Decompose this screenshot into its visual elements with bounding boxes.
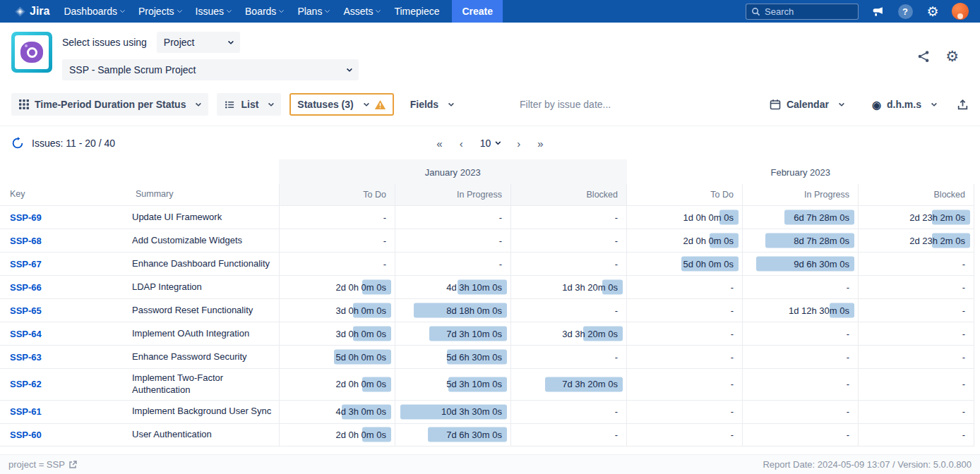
table-row: SSP-62Implement Two-Factor Authenticatio… bbox=[0, 368, 974, 400]
nav-item-timepiece[interactable]: Timepiece bbox=[387, 0, 446, 23]
statuses-button[interactable]: Statuses (3) bbox=[289, 93, 393, 116]
cell-duration: 5d 6h 30m 0s bbox=[395, 345, 510, 368]
cell-duration: - bbox=[626, 400, 742, 423]
list-icon bbox=[225, 99, 235, 110]
nav-item-boards[interactable]: Boards bbox=[238, 0, 290, 23]
export-icon[interactable] bbox=[957, 99, 969, 111]
issue-key-link[interactable]: SSP-64 bbox=[10, 329, 42, 339]
results-bar: Issues: 11 - 20 / 40 « ‹ 10 › » bbox=[0, 126, 980, 159]
chevron-down-icon bbox=[495, 139, 501, 145]
create-button[interactable]: Create bbox=[452, 0, 503, 23]
issue-source-select[interactable]: Project bbox=[157, 32, 240, 53]
first-page-button[interactable]: « bbox=[436, 137, 442, 149]
jira-logo-icon bbox=[14, 6, 26, 18]
time-format-button[interactable]: ◉ d.h.m.s bbox=[864, 93, 944, 116]
jira-logo[interactable]: Jira bbox=[7, 5, 56, 18]
report-settings-gear-icon[interactable]: ⚙ bbox=[945, 49, 959, 63]
jql-filter-link[interactable]: project = SSP bbox=[8, 459, 77, 470]
share-icon[interactable] bbox=[917, 50, 930, 63]
cell-duration: - bbox=[742, 345, 858, 368]
calendar-button[interactable]: Calendar bbox=[762, 93, 851, 116]
cell-duration: - bbox=[395, 229, 510, 252]
cell-duration: - bbox=[626, 322, 742, 345]
cell-key: SSP-69 bbox=[0, 205, 127, 229]
issue-key-link[interactable]: SSP-68 bbox=[10, 236, 42, 246]
issue-key-link[interactable]: SSP-60 bbox=[10, 430, 42, 440]
project-select[interactable]: SSP - Sample Scrum Project bbox=[62, 59, 359, 80]
last-page-button[interactable]: » bbox=[537, 137, 543, 149]
user-avatar[interactable] bbox=[952, 3, 969, 20]
search-input[interactable] bbox=[765, 6, 853, 17]
issue-key-link[interactable]: SSP-67 bbox=[10, 259, 42, 269]
column-header-status: To Do bbox=[279, 184, 395, 205]
cell-duration: - bbox=[858, 423, 974, 446]
cell-duration: - bbox=[858, 368, 974, 400]
column-header-status: Blocked bbox=[858, 184, 974, 205]
cell-key: SSP-66 bbox=[0, 275, 127, 298]
cell-duration: 2d 0h 0m 0s bbox=[626, 229, 742, 252]
report-toolbar: Time-Period Duration per Status List Sta… bbox=[0, 87, 980, 126]
month-group-february: February 2023 bbox=[627, 159, 975, 184]
issue-key-link[interactable]: SSP-61 bbox=[10, 406, 42, 417]
layout-button[interactable]: List bbox=[217, 93, 281, 116]
cell-duration: - bbox=[626, 275, 742, 298]
jira-logo-text: Jira bbox=[30, 5, 49, 18]
nav-item-assets[interactable]: Assets bbox=[336, 0, 387, 23]
nav-item-dashboards[interactable]: Dashboards bbox=[56, 0, 131, 23]
calendar-icon bbox=[770, 99, 781, 110]
page-size-select[interactable]: 10 bbox=[480, 138, 501, 149]
cell-duration: - bbox=[858, 298, 974, 322]
settings-gear-icon[interactable]: ⚙ bbox=[924, 3, 941, 20]
cell-duration: - bbox=[858, 275, 974, 298]
issue-key-link[interactable]: SSP-63 bbox=[10, 352, 42, 363]
cell-duration: - bbox=[626, 368, 742, 400]
issues-count-label: Issues: 11 - 20 / 40 bbox=[32, 138, 115, 149]
cell-duration: - bbox=[742, 322, 858, 345]
issue-key-link[interactable]: SSP-65 bbox=[10, 305, 42, 316]
issue-key-link[interactable]: SSP-62 bbox=[10, 379, 42, 389]
chevron-down-icon bbox=[227, 8, 232, 13]
chevron-down-icon bbox=[376, 8, 381, 13]
nav-item-projects[interactable]: Projects bbox=[131, 0, 189, 23]
nav-item-plans[interactable]: Plans bbox=[290, 0, 336, 23]
report-type-button[interactable]: Time-Period Duration per Status bbox=[11, 93, 208, 116]
help-icon[interactable]: ? bbox=[897, 3, 914, 20]
avatar-figure bbox=[957, 13, 963, 19]
global-search[interactable] bbox=[746, 4, 859, 20]
cell-duration: 1d 3h 20m 0s bbox=[510, 275, 626, 298]
cell-duration: - bbox=[858, 345, 974, 368]
cell-summary: Add Customizable Widgets bbox=[127, 229, 279, 252]
chevron-down-icon bbox=[347, 66, 352, 71]
cell-duration: 3d 0h 0m 0s bbox=[279, 322, 395, 345]
cell-duration: - bbox=[858, 400, 974, 423]
external-link-icon bbox=[68, 461, 77, 469]
issue-key-link[interactable]: SSP-69 bbox=[10, 212, 42, 223]
cell-summary: LDAP Integration bbox=[127, 275, 279, 298]
issue-key-link[interactable]: SSP-66 bbox=[10, 282, 42, 293]
cell-key: SSP-65 bbox=[0, 298, 127, 322]
search-icon bbox=[751, 7, 760, 16]
cell-duration: - bbox=[742, 423, 858, 446]
chevron-down-icon bbox=[448, 100, 454, 106]
prev-page-button[interactable]: ‹ bbox=[460, 137, 463, 149]
chevron-down-icon bbox=[931, 100, 937, 106]
status-duration-table: January 2023 February 2023 Key Summary T… bbox=[0, 159, 980, 446]
announcement-icon[interactable] bbox=[869, 3, 886, 20]
table-row: SSP-66LDAP Integration2d 0h 0m 0s4d 3h 1… bbox=[0, 275, 974, 298]
cell-duration: 8d 7h 28m 0s bbox=[742, 229, 858, 252]
issue-date-filter-input[interactable] bbox=[520, 99, 703, 110]
fields-button[interactable]: Fields bbox=[402, 93, 461, 116]
cell-duration: 3d 3h 20m 0s bbox=[510, 322, 626, 345]
cell-duration: 7d 3h 10m 0s bbox=[395, 322, 510, 345]
table-row: SSP-67Enhance Dashboard Functionality---… bbox=[0, 252, 974, 275]
cell-duration: - bbox=[279, 205, 395, 229]
nav-item-issues[interactable]: Issues bbox=[189, 0, 238, 23]
column-header-status: Blocked bbox=[510, 184, 626, 205]
column-header-summary: Summary bbox=[127, 184, 279, 205]
column-header-row: Key Summary To DoIn ProgressBlockedTo Do… bbox=[0, 184, 974, 205]
refresh-icon[interactable] bbox=[11, 137, 24, 150]
next-page-button[interactable]: › bbox=[517, 137, 520, 149]
cell-duration: - bbox=[510, 298, 626, 322]
timepiece-app-icon bbox=[11, 32, 52, 73]
cell-summary: Password Reset Functionality bbox=[127, 298, 279, 322]
